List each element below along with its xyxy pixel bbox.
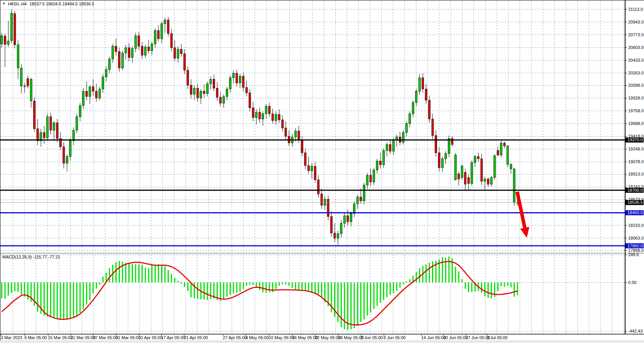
svg-text:3 Jul 05:00: 3 Jul 05:00 <box>487 335 508 340</box>
svg-text:20603.0: 20603.0 <box>628 45 644 50</box>
svg-text:31 Mar 05:00: 31 Mar 05:00 <box>116 335 141 340</box>
svg-text:21 Apr 05:00: 21 Apr 05:00 <box>184 335 208 340</box>
svg-text:3 Mar 2023: 3 Mar 2023 <box>1 335 22 340</box>
svg-text:0.00: 0.00 <box>628 280 636 285</box>
svg-text:21113.0: 21113.0 <box>628 7 643 12</box>
svg-text:2 Jun 05:00: 2 Jun 05:00 <box>361 335 383 340</box>
svg-text:18233.0: 18233.0 <box>628 223 644 228</box>
price-chart-canvas[interactable]: 19370.018700.018536.518400.017960.021113… <box>0 0 644 343</box>
macd-signal-line <box>2 262 518 325</box>
svg-text:20 Jun 05:00: 20 Jun 05:00 <box>443 335 468 340</box>
svg-text:8 Jun 05:00: 8 Jun 05:00 <box>383 335 406 340</box>
svg-text:-442.43: -442.43 <box>628 329 642 333</box>
svg-text:15 Mar 05:00: 15 Mar 05:00 <box>48 335 73 340</box>
symbol-period-label: HK50-,H4 <box>8 2 27 6</box>
svg-text:18913.0: 18913.0 <box>628 172 644 176</box>
macd-histogram <box>1 257 518 330</box>
svg-text:27 Mar 05:00: 27 Mar 05:00 <box>93 335 118 340</box>
svg-text:20433.0: 20433.0 <box>628 58 644 63</box>
svg-text:22 May 05:00: 22 May 05:00 <box>315 335 341 340</box>
svg-text:20263.0: 20263.0 <box>628 71 644 75</box>
svg-text:27 Apr 05:00: 27 Apr 05:00 <box>223 335 247 340</box>
symbol-dropdown-icon[interactable]: ▼ <box>2 2 5 5</box>
price-level-lines: 19370.018700.018536.518400.017960.0 <box>0 137 644 248</box>
svg-text:16 May 05:00: 16 May 05:00 <box>292 335 318 340</box>
svg-text:21 Mar 05:00: 21 Mar 05:00 <box>71 335 96 340</box>
svg-text:4 May 05:00: 4 May 05:00 <box>245 335 269 340</box>
svg-text:17960.0: 17960.0 <box>627 243 643 248</box>
svg-text:14 Jun 05:00: 14 Jun 05:00 <box>421 335 446 340</box>
svg-text:29 May 05:00: 29 May 05:00 <box>338 335 364 340</box>
svg-text:20943.0: 20943.0 <box>628 20 644 24</box>
svg-text:19588.0: 19588.0 <box>628 121 644 126</box>
candles-layer <box>1 9 518 245</box>
svg-text:18743.0: 18743.0 <box>628 184 644 189</box>
window-bottom-strip <box>0 341 644 343</box>
svg-text:10 May 05:00: 10 May 05:00 <box>269 335 294 340</box>
svg-text:20098.0: 20098.0 <box>628 83 644 88</box>
macd-indicator-label: MACD(12,26,9) -115.77 -77.21 <box>2 255 60 259</box>
time-axis: 3 Mar 20239 Mar 05:0015 Mar 05:0021 Mar … <box>1 334 508 340</box>
down-arrow-annotation[interactable] <box>517 192 529 238</box>
svg-text:18400.0: 18400.0 <box>627 210 643 215</box>
svg-text:18573.0: 18573.0 <box>628 197 644 202</box>
svg-text:17898.0: 17898.0 <box>628 248 644 253</box>
svg-text:9 Mar 05:00: 9 Mar 05:00 <box>24 335 47 340</box>
svg-text:20773.0: 20773.0 <box>628 32 644 37</box>
svg-text:19758.0: 19758.0 <box>628 108 644 113</box>
svg-text:249.6: 249.6 <box>628 252 639 257</box>
svg-text:19248.0: 19248.0 <box>628 147 644 151</box>
svg-text:19078.0: 19078.0 <box>628 159 644 164</box>
svg-text:18063.0: 18063.0 <box>628 236 644 240</box>
svg-text:17 Apr 05:00: 17 Apr 05:00 <box>161 335 185 340</box>
chart-window: 19370.018700.018536.518400.017960.021113… <box>0 0 644 343</box>
svg-text:19928.0: 19928.0 <box>628 96 644 100</box>
ohlc-readout: 18537.5 18604.5 18494.5 18536.5 <box>29 2 94 6</box>
svg-text:19418.0: 19418.0 <box>628 134 644 139</box>
svg-text:11 Apr 05:00: 11 Apr 05:00 <box>139 335 163 340</box>
title-bar: ▼ HK50-,H4 18537.5 18604.5 18494.5 18536… <box>2 1 94 6</box>
